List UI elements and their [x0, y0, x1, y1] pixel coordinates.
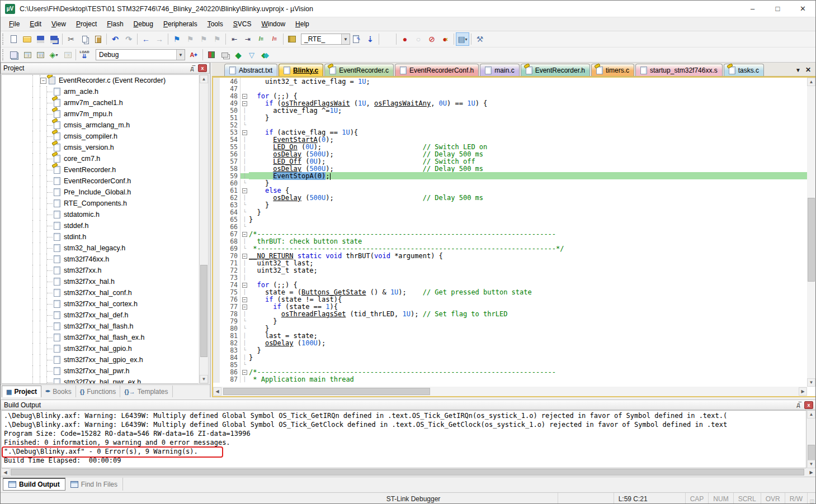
fold-margin[interactable]: └ — [240, 202, 249, 208]
fold-margin[interactable]: │ — [240, 144, 249, 150]
scrollbar-thumb[interactable] — [200, 265, 207, 357]
code-line[interactable]: 63└ } — [213, 201, 807, 208]
build-button[interactable]: ↓ — [20, 48, 34, 61]
fold-margin[interactable]: │ — [240, 108, 249, 113]
tree-item[interactable]: stm32f7xx_hal_gpio_ex.h — [2, 354, 199, 365]
breakpoint-margin[interactable] — [213, 245, 220, 252]
fold-margin[interactable]: └ — [240, 224, 249, 230]
disable-breakpoint-button[interactable]: ○ — [412, 32, 425, 46]
download-button[interactable]: LOAD⇊ — [78, 48, 91, 61]
code-line[interactable]: 51│ } — [213, 114, 807, 121]
menu-help[interactable]: Help — [290, 18, 314, 30]
menu-svcs[interactable]: SVCS — [228, 18, 257, 30]
tree-item[interactable]: stm32f7xx_hal_def.h — [2, 310, 199, 321]
tree-item[interactable]: stm32f7xx_hal_conf.h — [2, 287, 199, 298]
code-line[interactable]: 66└ — [213, 223, 807, 230]
fold-margin[interactable]: │ — [240, 340, 249, 346]
code-line[interactable]: 62│ osDelay (500U); // Delay 500 ms — [213, 194, 807, 201]
tree-item[interactable]: EventRecorder.h — [2, 164, 199, 175]
fold-margin[interactable]: │ — [240, 377, 249, 382]
editor-vertical-scrollbar[interactable]: ▲ ▼ — [807, 78, 815, 387]
copy-button[interactable] — [78, 32, 91, 46]
tree-item[interactable]: stm32f7xx_hal_flash.h — [2, 321, 199, 332]
scroll-down-icon[interactable]: ▼ — [807, 460, 815, 468]
panel-tab-templates[interactable]: {}→Templates — [120, 386, 172, 397]
maximize-button[interactable]: □ — [765, 1, 790, 17]
breakpoint-margin[interactable] — [213, 368, 220, 375]
code-line[interactable]: 82│ osDelay (100U); — [213, 339, 807, 346]
tree-item[interactable]: armv7m_cachel1.h — [2, 97, 199, 108]
incremental-find-button[interactable]: ⇣ — [364, 32, 377, 46]
tree-item[interactable]: stm32f7xx_hal_flash_ex.h — [2, 332, 199, 343]
next-bookmark-button[interactable]: ⚑ — [197, 32, 210, 46]
code-line[interactable]: 84│} — [213, 354, 807, 361]
configure-rte-button[interactable] — [285, 32, 299, 46]
build-output-horizontal-scrollbar[interactable]: ◀ — [1, 468, 806, 477]
fold-margin[interactable]: − — [240, 253, 249, 259]
save-all-button[interactable] — [47, 32, 60, 46]
fold-collapse-icon[interactable]: − — [242, 130, 247, 135]
breakpoint-margin[interactable] — [213, 296, 220, 303]
build-output-header[interactable]: Build Output д̅ x — [1, 400, 816, 410]
breakpoint-margin[interactable] — [213, 230, 220, 237]
tree-item[interactable]: cmsis_compiler.h — [2, 131, 199, 142]
tree-item[interactable]: stm32_hal_legacy.h — [2, 243, 199, 254]
manage-components-button[interactable] — [205, 48, 218, 61]
breakpoint-margin[interactable] — [213, 252, 220, 259]
menu-view[interactable]: View — [46, 18, 71, 30]
breakpoint-margin[interactable] — [213, 143, 220, 150]
breakpoint-margin[interactable] — [213, 158, 220, 165]
breakpoint-margin[interactable] — [213, 85, 220, 92]
breakpoint-margin[interactable] — [213, 150, 220, 158]
fold-margin[interactable]: │ — [240, 115, 249, 121]
menu-peripherals[interactable]: Peripherals — [158, 18, 202, 30]
pin-icon[interactable]: д̅ — [188, 64, 196, 72]
bottom-tab-find-in-files[interactable]: Find In Files — [65, 478, 123, 491]
code-line[interactable]: 55│ LED_On (0U); // Switch LED on — [213, 143, 807, 150]
code-line[interactable]: 79└ } — [213, 317, 807, 325]
fold-collapse-icon[interactable]: − — [242, 370, 247, 375]
scroll-left-icon[interactable]: ◀ — [1, 468, 10, 476]
code-line[interactable]: 65│} — [213, 216, 807, 223]
code-line[interactable]: 46 uint32_t active_flag = 1U; — [213, 78, 807, 85]
tree-item[interactable]: stddef.h — [2, 220, 199, 231]
tree-item[interactable]: stm32f7xx_hal_pwr_ex.h — [2, 377, 199, 384]
code-line[interactable]: 54│ EventStartA(0); — [213, 136, 807, 143]
fold-margin[interactable]: │ — [240, 166, 249, 172]
code-line[interactable]: 68│ thrBUT: check button state — [213, 237, 807, 245]
tree-item[interactable]: stm32f746xx.h — [2, 254, 199, 265]
breakpoint-margin[interactable] — [213, 375, 220, 383]
tree-item[interactable]: armv7m_mpu.h — [2, 108, 199, 120]
menu-project[interactable]: Project — [71, 18, 102, 30]
breakpoint-margin[interactable] — [213, 267, 220, 274]
breakpoint-margin[interactable] — [213, 354, 220, 361]
code-line[interactable]: 83└ } — [213, 346, 807, 354]
tree-item[interactable]: stm32f7xx.h — [2, 265, 199, 276]
code-line[interactable]: 50│ active_flag ^=1U; — [213, 107, 807, 114]
indent-button[interactable]: ⇥ — [241, 32, 254, 46]
scrollbar-thumb[interactable] — [808, 198, 815, 282]
scroll-up-icon[interactable]: ▲ — [200, 75, 208, 83]
breakpoint-margin[interactable] — [213, 165, 220, 172]
comment-selection-button[interactable]: /≡ — [254, 32, 268, 46]
tree-item[interactable]: RTE_Components.h — [2, 198, 199, 209]
target-options-button[interactable]: A✦ — [187, 48, 201, 61]
fold-margin[interactable]: │ — [240, 268, 249, 273]
chevron-down-icon[interactable]: ▼ — [176, 50, 185, 60]
paste-button[interactable] — [91, 32, 105, 46]
stop-build-button[interactable]: x — [60, 48, 74, 61]
breakpoint-margin[interactable] — [213, 107, 220, 114]
fold-collapse-icon[interactable]: − — [242, 101, 247, 106]
menu-edit[interactable]: Edit — [25, 18, 46, 30]
fold-margin[interactable]: └ — [240, 246, 249, 251]
fold-margin[interactable]: │ — [240, 311, 249, 317]
breakpoint-margin[interactable] — [213, 346, 220, 354]
file-extensions-button[interactable] — [218, 48, 232, 61]
breakpoint-margin[interactable] — [213, 361, 220, 368]
tree-item[interactable]: cmsis_armclang_m.h — [2, 120, 199, 131]
scroll-up-icon[interactable]: ▲ — [807, 410, 815, 419]
code-line[interactable]: 59│ EventStopA(0); — [213, 172, 807, 179]
tree-item[interactable]: EventRecorderConf.h — [2, 175, 199, 187]
project-panel-header[interactable]: Project д̅ x — [1, 63, 210, 74]
code-line[interactable]: 56│ osDelay (500U); // Delay 500 ms — [213, 150, 807, 158]
